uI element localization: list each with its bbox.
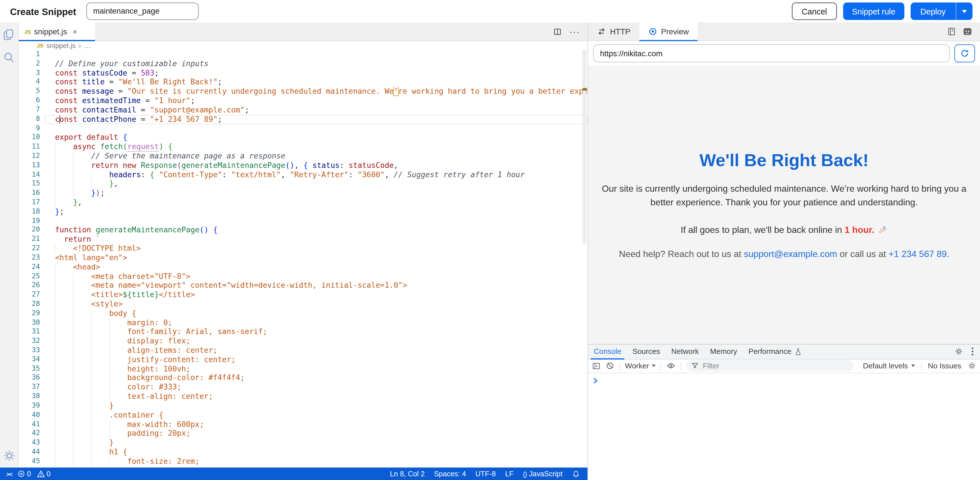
devtools-tab-console[interactable]: Console	[588, 344, 627, 359]
phone-link[interactable]: +1 234 567 89	[888, 249, 947, 259]
status-eol[interactable]: LF	[505, 470, 513, 477]
code-line[interactable]: 7const contactEmail = "support@example.c…	[19, 105, 587, 115]
deploy-dropdown-button[interactable]	[956, 3, 972, 20]
devtools-tab-network[interactable]: Network	[666, 344, 705, 359]
code-line[interactable]: 25 <meta charset="UTF-8">	[19, 272, 587, 281]
breadcrumb[interactable]: JS snippet.js › …	[19, 41, 587, 50]
kebab-menu-icon[interactable]	[971, 347, 974, 356]
url-input[interactable]	[593, 44, 950, 62]
breadcrumb-file[interactable]: snippet.js	[47, 42, 76, 49]
code-line[interactable]: 36 background-color: #f4f4f4;	[19, 374, 587, 383]
code-line[interactable]: 3const statusCode = 503;	[19, 68, 587, 78]
line-number: 33	[19, 346, 45, 355]
refresh-button[interactable]	[955, 44, 975, 62]
settings-gear-icon[interactable]	[2, 449, 16, 463]
devtools-tab-sources[interactable]: Sources	[627, 344, 665, 359]
code-line[interactable]: 40 .container {	[19, 410, 587, 420]
editor-scrollbar[interactable]	[581, 50, 587, 467]
code-line[interactable]: 35 height: 100vh;	[19, 364, 587, 374]
tab-http[interactable]: HTTP	[588, 22, 639, 41]
close-icon[interactable]: ×	[73, 28, 77, 35]
code-line[interactable]: 43 }	[19, 438, 587, 448]
code-line[interactable]: 45 font-size: 2rem;	[19, 457, 587, 466]
status-line-col[interactable]: Ln 8, Col 2	[390, 470, 425, 477]
docs-book-icon[interactable]	[947, 27, 956, 36]
code-line[interactable]: 34 justify-content: center;	[19, 355, 587, 364]
worker-context-select[interactable]: Worker	[625, 361, 656, 370]
code-line[interactable]: 10export default {	[19, 133, 587, 143]
issues-counter[interactable]: No Issues	[928, 361, 961, 370]
status-language[interactable]: {} JavaScript	[523, 470, 563, 477]
code-line[interactable]: 41 max-width: 600px;	[19, 420, 587, 429]
code-line[interactable]: 16 });	[19, 189, 587, 198]
devtools-tab-memory[interactable]: Memory	[705, 344, 743, 359]
problems-errors[interactable]: 0	[18, 470, 31, 477]
code-line[interactable]: 13 return new Response(generateMaintenan…	[19, 161, 587, 170]
code-editor[interactable]: 12// Define your customizable inputs3con…	[19, 50, 587, 467]
code-line[interactable]: 31 font-family: Arial, sans-serif;	[19, 327, 587, 337]
files-icon[interactable]	[3, 28, 16, 41]
code-line[interactable]: 42 padding: 20px;	[19, 429, 587, 439]
remote-indicator-icon[interactable]: ><	[6, 470, 12, 477]
code-line[interactable]: 6const estimatedTime = "1 hour";	[19, 96, 587, 106]
deploy-split-button[interactable]: Deploy	[910, 3, 973, 20]
code-line[interactable]: 19	[19, 216, 587, 226]
code-line[interactable]: 33 align-items: center;	[19, 346, 587, 355]
devtools-tab-performance[interactable]: Performance	[743, 344, 808, 359]
code-line[interactable]: 28 <style>	[19, 299, 587, 309]
code-line[interactable]: 26 <meta name="viewport" content="width=…	[19, 281, 587, 291]
console-sidebar-toggle-icon[interactable]	[592, 362, 601, 370]
console-filter-input[interactable]: Filter	[687, 360, 854, 372]
code-line[interactable]: 2// Define your customizable inputs	[19, 59, 587, 68]
code-line[interactable]: 29 body {	[19, 309, 587, 318]
log-levels-select[interactable]: Default levels	[863, 361, 915, 370]
code-line[interactable]: 32 display: flex;	[19, 337, 587, 346]
live-expression-eye-icon[interactable]	[667, 361, 676, 370]
scrollbar-thumb[interactable]	[582, 50, 586, 243]
cancel-button[interactable]: Cancel	[792, 3, 837, 20]
problems-warnings[interactable]: 0	[37, 470, 51, 477]
snippet-rule-button[interactable]: Snippet rule	[843, 3, 904, 20]
code-line[interactable]: 18};	[19, 207, 587, 216]
search-icon[interactable]	[3, 51, 16, 64]
split-editor-icon[interactable]	[553, 27, 562, 36]
code-line[interactable]: 9	[19, 124, 587, 133]
breadcrumb-more[interactable]: …	[84, 42, 91, 49]
code-line[interactable]: 20function generateMaintenancePage() {	[19, 225, 587, 235]
code-line[interactable]: 37 color: #333;	[19, 383, 587, 392]
code-line[interactable]: 30 margin: 0;	[19, 318, 587, 328]
line-number: 12	[19, 152, 45, 161]
code-line[interactable]: 24 <head>	[19, 263, 587, 272]
snippet-name-input[interactable]	[86, 3, 199, 20]
clear-console-icon[interactable]	[606, 361, 614, 370]
code-line[interactable]: 38 text-align: center;	[19, 392, 587, 401]
console-settings-gear-icon[interactable]	[967, 361, 976, 370]
devtools-settings-gear-icon[interactable]	[955, 347, 963, 356]
support-email-link[interactable]: support@example.com	[744, 249, 837, 259]
code-line[interactable]: 17 },	[19, 198, 587, 208]
code-line[interactable]: 44 h1 {	[19, 448, 587, 457]
line-number: 27	[19, 290, 45, 299]
code-line[interactable]: 1	[19, 50, 587, 59]
code-line[interactable]: 27 <title>${title}</title>	[19, 290, 587, 299]
code-line[interactable]: 21 return `	[19, 235, 587, 244]
code-line[interactable]: 8const contactPhone = "+1 234 567 89";	[19, 115, 587, 124]
tab-snippet-js[interactable]: JS snippet.js ×	[19, 22, 95, 41]
notifications-bell-icon[interactable]	[572, 469, 580, 478]
code-line[interactable]: 15 },	[19, 179, 587, 189]
code-line[interactable]: 14 headers: { "Content-Type": "text/html…	[19, 170, 587, 179]
status-indent[interactable]: Spaces: 4	[434, 470, 466, 477]
code-line[interactable]: 5const message = "Our site is currently …	[19, 87, 587, 96]
tab-preview[interactable]: Preview	[639, 22, 697, 41]
code-line[interactable]: 4const title = "We'll Be Right Back!";	[19, 78, 587, 87]
status-encoding[interactable]: UTF-8	[476, 470, 496, 477]
code-line[interactable]: 12 // Serve the maintenance page as a re…	[19, 152, 587, 161]
deploy-button[interactable]: Deploy	[910, 3, 956, 20]
app-window: Create Snippet Cancel Snippet rule Deplo…	[0, 0, 980, 480]
discord-chat-icon[interactable]	[963, 27, 972, 36]
more-actions-icon[interactable]: ···	[570, 27, 580, 36]
code-line[interactable]: 39 }	[19, 401, 587, 411]
code-line[interactable]: 11 async fetch(request) {	[19, 142, 587, 152]
code-line[interactable]: 22 <!DOCTYPE html>	[19, 244, 587, 253]
code-line[interactable]: 23<html lang="en">	[19, 253, 587, 263]
